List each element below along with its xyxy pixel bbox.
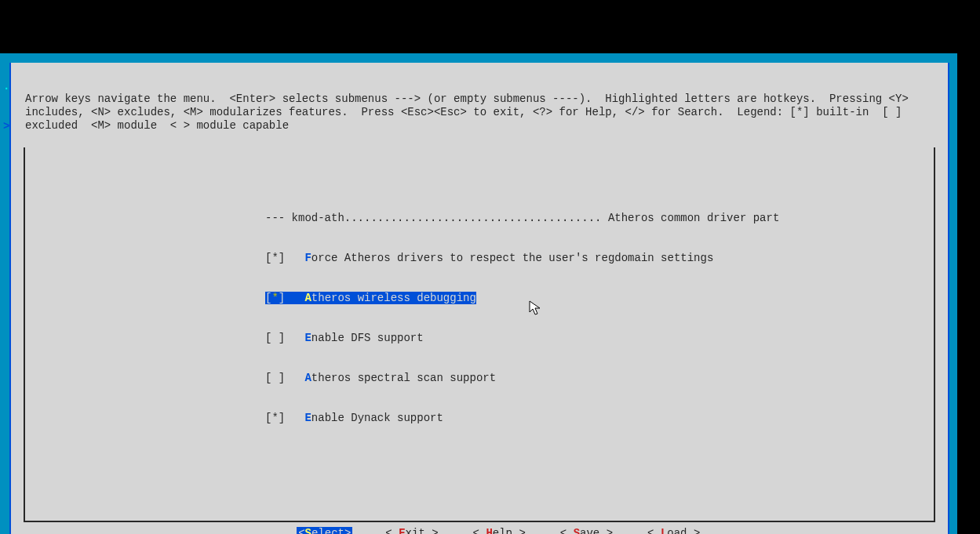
outer-box: Arrow keys navigate the menu. <Enter> se… (9, 63, 949, 534)
help-button[interactable]: < Help > (472, 527, 527, 534)
menu-item-atheros-debug[interactable]: [*] Atheros wireless debugging (265, 292, 934, 305)
menu-item-dynack[interactable]: [*] Enable Dynack support (265, 412, 934, 425)
exit-button[interactable]: < Exit > (384, 527, 439, 534)
menu-header: --- kmod-ath............................… (265, 212, 934, 225)
menu-box: --- kmod-ath............................… (24, 147, 935, 522)
select-button[interactable]: <Select> (297, 527, 352, 534)
menu-item-dfs-support[interactable]: [ ] Enable DFS support (265, 332, 934, 345)
terminal: .config - OpenWrt Configuration > Kernel… (0, 53, 957, 534)
menu-list[interactable]: --- kmod-ath............................… (25, 174, 934, 452)
menu-item-spectral-scan[interactable]: [ ] Atheros spectral scan support (265, 372, 934, 385)
menu-item-force-regdomain[interactable]: [*] Force Atheros drivers to respect the… (265, 252, 934, 265)
button-bar: <Select>< Exit >< Help >< Save >< Load > (11, 514, 948, 534)
help-text: Arrow keys navigate the menu. <Enter> se… (11, 89, 948, 133)
load-button[interactable]: < Load > (646, 527, 701, 534)
save-button[interactable]: < Save > (559, 527, 614, 534)
